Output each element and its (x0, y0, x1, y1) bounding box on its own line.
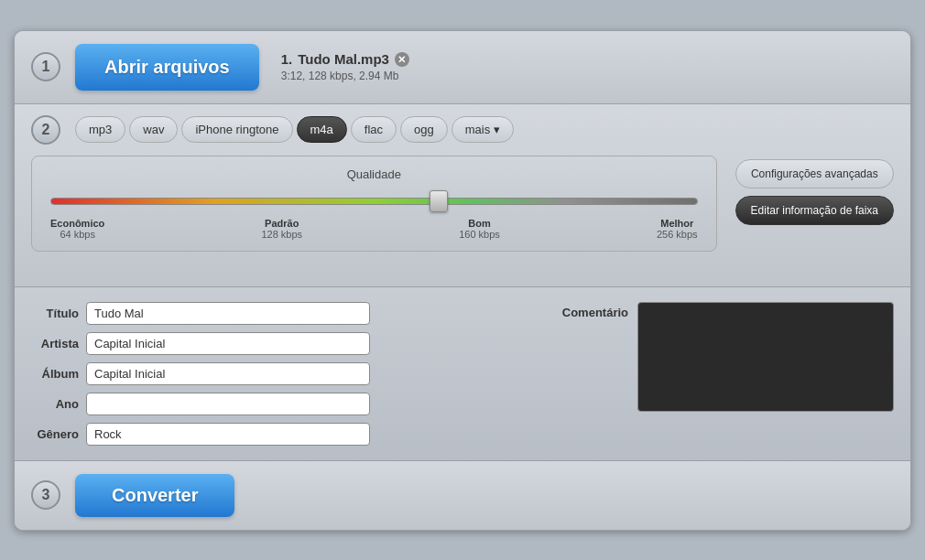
quality-slider-container (50, 190, 698, 212)
section-4: 3 Converter (15, 461, 910, 530)
edit-track-info-button[interactable]: Editar informação de faixa (735, 196, 894, 225)
field-row-artista: Artista (31, 332, 544, 355)
marker-label-bom: Bom (459, 218, 500, 229)
quality-section: Qualidade Econômico 64 kbps Padrão 128 k… (31, 156, 894, 252)
field-input-ano[interactable] (86, 393, 370, 415)
field-input-titulo[interactable] (86, 302, 370, 325)
quality-slider-track (50, 198, 698, 205)
file-title: Tudo Mal.mp3 (298, 51, 389, 67)
tab-ogg[interactable]: ogg (400, 116, 448, 143)
field-row-album: Álbum (31, 362, 544, 385)
tab-flac[interactable]: flac (351, 116, 397, 143)
field-label-genero: Gênero (31, 427, 79, 441)
file-info: 1. Tudo Mal.mp3 ✕ 3:12, 128 kbps, 2.94 M… (281, 51, 409, 82)
comment-textarea[interactable] (637, 302, 894, 412)
marker-kbps-melhor: 256 kbps (657, 229, 698, 240)
section-2-header: 2 mp3 wav iPhone ringtone m4a flac ogg m… (31, 115, 894, 145)
file-meta: 3:12, 128 kbps, 2.94 Mb (281, 70, 409, 82)
track-fields: Título Artista Álbum Ano Gênero (31, 302, 544, 446)
quality-markers: Econômico 64 kbps Padrão 128 kbps Bom 16… (50, 218, 698, 240)
quality-label: Qualidade (50, 167, 698, 181)
field-label-ano: Ano (31, 397, 79, 411)
quality-marker-economico: Econômico 64 kbps (50, 218, 104, 240)
quality-marker-bom: Bom 160 kbps (459, 218, 500, 240)
quality-marker-melhor: Melhor 256 kbps (657, 218, 698, 240)
step-number-3: 3 (31, 480, 60, 510)
tab-wav[interactable]: wav (129, 116, 178, 143)
comment-section: Comentário (562, 302, 894, 412)
marker-kbps-padrao: 128 kbps (261, 229, 302, 240)
field-row-genero: Gênero (31, 423, 544, 446)
marker-label-padrao: Padrão (261, 218, 302, 229)
main-container: 1 Abrir arquivos 1. Tudo Mal.mp3 ✕ 3:12,… (14, 30, 911, 531)
section-1: 1 Abrir arquivos 1. Tudo Mal.mp3 ✕ 3:12,… (15, 31, 910, 104)
close-file-icon[interactable]: ✕ (395, 52, 409, 67)
convert-button[interactable]: Converter (75, 474, 234, 517)
format-tabs: mp3 wav iPhone ringtone m4a flac ogg mai… (75, 116, 514, 143)
quality-marker-padrao: Padrão 128 kbps (261, 218, 302, 240)
tab-mp3[interactable]: mp3 (75, 116, 125, 143)
marker-kbps-economico: 64 kbps (50, 229, 104, 240)
file-number: 1. (281, 51, 293, 67)
section-3: Título Artista Álbum Ano Gênero Comentár… (15, 287, 910, 461)
comment-label: Comentário (562, 306, 628, 319)
tab-iphone-ringtone[interactable]: iPhone ringtone (181, 116, 292, 143)
marker-label-melhor: Melhor (657, 218, 698, 229)
quality-slider-thumb[interactable] (430, 190, 448, 212)
field-row-titulo: Título (31, 302, 544, 325)
step-number-1: 1 (31, 52, 60, 81)
field-input-album[interactable] (86, 362, 370, 385)
marker-label-economico: Econômico (50, 218, 104, 229)
file-name: 1. Tudo Mal.mp3 ✕ (281, 51, 409, 67)
tab-mais[interactable]: mais ▾ (452, 116, 514, 143)
field-label-artista: Artista (31, 337, 79, 350)
field-row-ano: Ano (31, 393, 544, 415)
tab-m4a[interactable]: m4a (297, 116, 347, 143)
step-number-2: 2 (31, 115, 60, 145)
marker-kbps-bom: 160 kbps (459, 229, 500, 240)
field-label-album: Álbum (31, 367, 79, 381)
open-files-button[interactable]: Abrir arquivos (75, 44, 259, 91)
field-input-artista[interactable] (86, 332, 370, 355)
field-label-titulo: Título (31, 307, 79, 320)
section-2: 2 mp3 wav iPhone ringtone m4a flac ogg m… (15, 104, 910, 287)
field-input-genero[interactable] (86, 423, 370, 446)
quality-panel: Qualidade Econômico 64 kbps Padrão 128 k… (31, 156, 717, 252)
advanced-settings-button[interactable]: Configurações avançadas (735, 159, 894, 188)
quality-actions: Configurações avançadas Editar informaçã… (735, 156, 894, 225)
